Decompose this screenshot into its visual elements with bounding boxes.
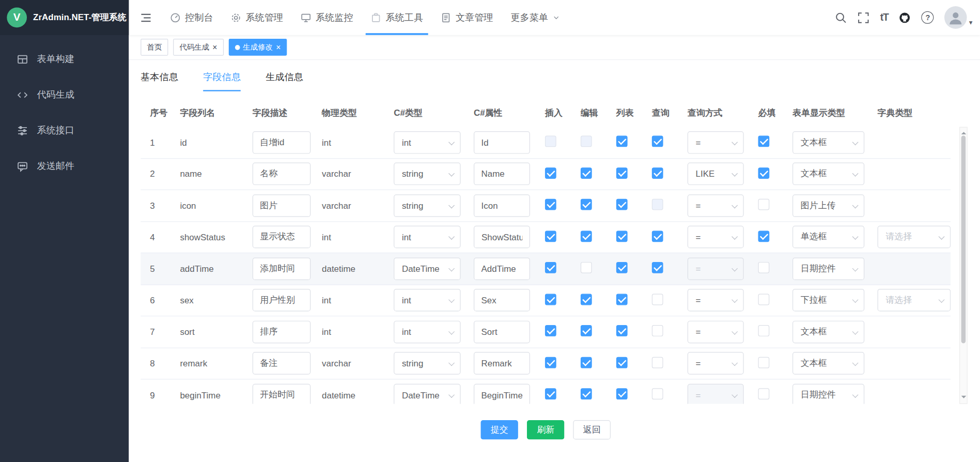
user-menu[interactable]: ▾ [945,6,973,29]
display-type-select[interactable]: 文本框 [792,131,864,154]
tag-code-gen[interactable]: 代码生成 × [173,39,224,56]
list-checkbox[interactable] [616,136,628,147]
tab-basic-info[interactable]: 基本信息 [141,71,178,91]
csharp-property-input[interactable] [474,226,530,249]
query-checkbox[interactable] [652,199,663,210]
list-checkbox[interactable] [616,294,628,305]
query-mode-select[interactable]: = [688,289,744,312]
insert-checkbox[interactable] [545,294,556,305]
edit-checkbox[interactable] [581,325,592,336]
insert-checkbox[interactable] [545,325,556,336]
csharp-property-input[interactable] [474,257,530,280]
description-input[interactable] [253,163,311,186]
required-checkbox[interactable] [758,136,769,147]
csharp-property-input[interactable] [474,131,530,154]
display-type-select[interactable]: 单选框 [792,226,864,249]
dict-type-select[interactable]: 请选择 [878,289,951,312]
required-checkbox[interactable] [758,325,769,336]
nav-item-article-manage[interactable]: 文章管理 [432,0,502,35]
description-input[interactable] [253,131,311,154]
nav-item-system-monitor[interactable]: 系统监控 [292,0,362,35]
query-mode-select[interactable]: LIKE [688,163,744,186]
display-type-select[interactable]: 文本框 [792,163,864,186]
tag-home[interactable]: 首页 [141,39,168,56]
list-checkbox[interactable] [616,262,628,273]
description-input[interactable] [253,226,311,249]
edit-checkbox[interactable] [581,136,592,147]
nav-item-dashboard[interactable]: 控制台 [161,0,222,35]
csharp-type-select[interactable]: string [394,194,460,217]
dict-type-select[interactable]: 请选择 [878,226,951,249]
edit-checkbox[interactable] [581,230,592,242]
csharp-property-input[interactable] [474,320,530,343]
csharp-property-input[interactable] [474,163,530,186]
required-checkbox[interactable] [758,357,769,368]
display-type-select[interactable]: 下拉框 [792,289,864,312]
scrollbar-thumb[interactable] [961,136,966,344]
nav-item-system-tools[interactable]: 系统工具 [362,0,431,35]
sidebar-item-send-mail[interactable]: 发送邮件 [0,148,129,184]
description-input[interactable] [253,257,311,280]
description-input[interactable] [253,194,311,217]
scroll-up-arrow[interactable] [961,129,966,134]
csharp-property-input[interactable] [474,352,530,375]
edit-checkbox[interactable] [581,357,592,368]
logo-bar[interactable]: V ZrAdmin.NET-管理系统 [0,0,129,35]
required-checkbox[interactable] [758,262,769,273]
csharp-property-input[interactable] [474,289,530,312]
required-checkbox[interactable] [758,199,769,210]
search-button[interactable] [835,11,847,23]
required-checkbox[interactable] [758,389,769,400]
back-button[interactable]: 返回 [573,420,611,440]
display-type-select[interactable]: 图片上传 [792,194,864,217]
query-checkbox[interactable] [652,294,663,305]
edit-checkbox[interactable] [581,199,592,210]
csharp-property-input[interactable] [474,384,530,404]
list-checkbox[interactable] [616,389,628,400]
sidebar-item-code-gen[interactable]: 代码生成 [0,77,129,113]
fullscreen-button[interactable] [858,11,869,23]
required-checkbox[interactable] [758,167,769,179]
description-input[interactable] [253,289,311,312]
insert-checkbox[interactable] [545,167,556,179]
help-button[interactable]: ? [922,11,934,24]
list-checkbox[interactable] [616,199,628,210]
query-mode-select[interactable]: = [688,257,744,280]
required-checkbox[interactable] [758,230,769,242]
insert-checkbox[interactable] [545,389,556,400]
edit-checkbox[interactable] [581,294,592,305]
required-checkbox[interactable] [758,294,769,305]
insert-checkbox[interactable] [545,199,556,210]
csharp-type-select[interactable]: int [394,289,460,312]
query-checkbox[interactable] [652,167,663,179]
query-checkbox[interactable] [652,325,663,336]
query-mode-select[interactable]: = [688,226,744,249]
query-mode-select[interactable]: = [688,320,744,343]
list-checkbox[interactable] [616,357,628,368]
csharp-type-select[interactable]: int [394,131,460,154]
display-type-select[interactable]: 日期控件 [792,257,864,280]
list-checkbox[interactable] [616,230,628,242]
refresh-button[interactable]: 刷新 [527,420,565,440]
github-button[interactable] [899,11,911,23]
display-type-select[interactable]: 文本框 [792,320,864,343]
insert-checkbox[interactable] [545,230,556,242]
nav-item-more-menu[interactable]: 更多菜单 [502,0,568,35]
insert-checkbox[interactable] [545,262,556,273]
table-scrollbar[interactable] [959,127,968,404]
query-checkbox[interactable] [652,262,663,273]
query-mode-select[interactable]: = [688,131,744,154]
insert-checkbox[interactable] [545,357,556,368]
list-checkbox[interactable] [616,325,628,336]
query-mode-select[interactable]: = [688,352,744,375]
query-mode-select[interactable]: = [688,384,744,404]
list-checkbox[interactable] [616,167,628,179]
tag-gen-edit[interactable]: 生成修改 × [228,39,287,56]
csharp-type-select[interactable]: int [394,320,460,343]
sidebar-item-system-api[interactable]: 系统接口 [0,113,129,148]
close-icon[interactable]: × [276,43,281,51]
edit-checkbox[interactable] [581,262,592,273]
tab-gen-info[interactable]: 生成信息 [266,71,303,91]
close-icon[interactable]: × [212,43,217,51]
csharp-type-select[interactable]: DateTime [394,257,460,280]
